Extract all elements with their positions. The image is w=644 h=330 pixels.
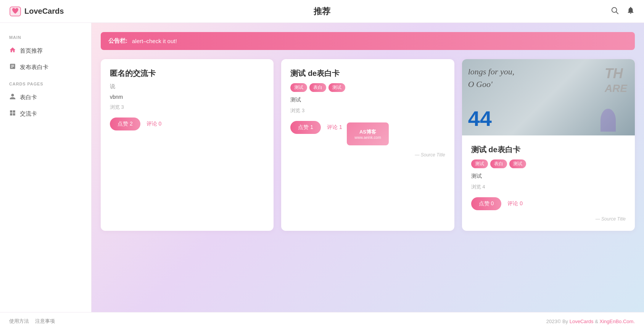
image-the: THARE [605, 67, 627, 94]
sidebar-label-publish: 发布表白卡 [20, 64, 48, 71]
bell-icon[interactable] [626, 6, 635, 16]
footer-link-usage[interactable]: 使用方法 [9, 318, 29, 325]
card-3-image: longs for you,O Goo' 44 THARE [462, 59, 635, 135]
sidebar-label-baihe: 表白卡 [20, 94, 37, 101]
card-3-like-button[interactable]: 点赞 0 [471, 197, 502, 210]
watermark-url: www.aeink.com [354, 135, 381, 140]
card-2-body: 测试 de表白卡 测试 表白 测试 测试 浏览 3 点赞 1 评论 1 AS博客 [281, 59, 454, 167]
decor-1 [601, 109, 616, 132]
footer: 使用方法 注意事项 2023© By LoveCards & XingEnBo.… [0, 312, 644, 330]
card-1-comment-link[interactable]: 评论 0 [147, 121, 162, 127]
logo[interactable]: LoveCards [9, 5, 64, 18]
card-2-tags: 测试 表白 测试 [290, 83, 445, 92]
image-text: longs for you,O Goo' [468, 65, 515, 90]
card-3-views: 浏览 4 [471, 184, 626, 190]
card-3-title: 测试 de表白卡 [471, 145, 626, 155]
card-2-like-button[interactable]: 点赞 1 [290, 121, 321, 134]
footer-copyright: 2023© By LoveCards & XingEnBo.Com. [546, 319, 635, 324]
chart-icon [9, 63, 16, 72]
logo-text: LoveCards [24, 7, 64, 16]
alert-text: alert–check it out! [132, 38, 177, 44]
card3-tag-3: 测试 [509, 159, 526, 168]
card-2-source: — Source Title [290, 152, 445, 158]
header: LoveCards 推荐 [0, 0, 644, 23]
card-1-views: 浏览 3 [110, 104, 264, 111]
footer-brand1[interactable]: LoveCards [570, 319, 594, 324]
card-3-comment-link[interactable]: 评论 0 [507, 200, 523, 207]
tag-1: 测试 [290, 83, 307, 92]
image-number: 44 [468, 108, 492, 129]
card-2-title: 测试 de表白卡 [290, 68, 445, 79]
card-1: 匿名的交流卡 说 vbnm 浏览 3 点赞 2 评论 0 [101, 59, 274, 231]
card-1-like-button[interactable]: 点赞 2 [110, 118, 140, 130]
watermark-title: AS博客 [359, 129, 376, 135]
card-3-source: — Source Title [471, 216, 626, 222]
alert-label: 公告栏: [108, 37, 127, 45]
card-2-comment-link[interactable]: 评论 1 [327, 124, 342, 131]
sidebar-item-publish[interactable]: 发布表白卡 [0, 59, 91, 76]
tag-3: 测试 [328, 83, 345, 92]
card-2: 测试 de表白卡 测试 表白 测试 测试 浏览 3 点赞 1 评论 1 AS博客 [281, 59, 454, 231]
sidebar-item-jiaoliu[interactable]: 交流卡 [0, 106, 91, 122]
card-1-content: vbnm [110, 94, 264, 100]
footer-separator: & [594, 319, 600, 324]
card-3-actions: 点赞 0 评论 0 [471, 197, 626, 210]
sidebar-label-jiaoliu: 交流卡 [20, 110, 37, 118]
footer-link-notice[interactable]: 注意事项 [35, 318, 55, 325]
card-3-tags: 测试 表白 测试 [471, 159, 626, 168]
user-icon [9, 93, 16, 102]
layout: MAIN 首页推荐 发布表白卡 CARDS PAGES 表白卡 交流卡 [0, 23, 644, 312]
footer-copy-text: 2023© By [546, 319, 570, 324]
page-title: 推荐 [314, 6, 330, 17]
home-icon [9, 47, 16, 55]
card3-tag-1: 测试 [471, 159, 488, 168]
sidebar-item-baihe[interactable]: 表白卡 [0, 89, 91, 106]
alert-banner: 公告栏: alert–check it out! [101, 32, 635, 50]
sidebar-section-main: MAIN [0, 35, 91, 43]
card3-tag-2: 表白 [490, 159, 507, 168]
main-content: 公告栏: alert–check it out! 匿名的交流卡 说 vbnm 浏… [92, 23, 644, 312]
tag-2: 表白 [309, 83, 326, 92]
sidebar-label-home: 首页推荐 [20, 47, 43, 55]
svg-line-2 [616, 12, 618, 14]
card-3: longs for you,O Goo' 44 THARE 测试 de表白卡 测… [462, 59, 635, 231]
watermark: AS博客 www.aeink.com [347, 122, 389, 145]
cards-grid: 匿名的交流卡 说 vbnm 浏览 3 点赞 2 评论 0 测试 de表白卡 测试 [101, 59, 635, 231]
card-1-title: 匿名的交流卡 [110, 68, 264, 79]
sidebar-item-home[interactable]: 首页推荐 [0, 43, 91, 59]
card-2-views: 浏览 3 [290, 107, 445, 114]
footer-links: 使用方法 注意事项 [9, 318, 55, 325]
card-3-body: 测试 de表白卡 测试 表白 测试 测试 浏览 4 点赞 0 评论 0 — So… [462, 135, 635, 231]
header-actions [610, 6, 635, 16]
footer-brand2[interactable]: XingEnBo.Com. [600, 319, 635, 324]
card-1-body: 匿名的交流卡 说 vbnm 浏览 3 点赞 2 评论 0 [101, 59, 274, 140]
card-2-content: 测试 [290, 97, 445, 103]
grid-icon [9, 109, 16, 118]
card-2-actions: 点赞 1 评论 1 AS博客 www.aeink.com [290, 121, 445, 134]
card-3-content: 测试 [471, 173, 626, 180]
search-icon[interactable] [610, 6, 619, 16]
card-1-desc: 说 [110, 83, 264, 90]
sidebar: MAIN 首页推荐 发布表白卡 CARDS PAGES 表白卡 交流卡 [0, 23, 92, 312]
sidebar-section-cards: CARDS PAGES [0, 82, 91, 89]
card-1-actions: 点赞 2 评论 0 [110, 118, 264, 130]
